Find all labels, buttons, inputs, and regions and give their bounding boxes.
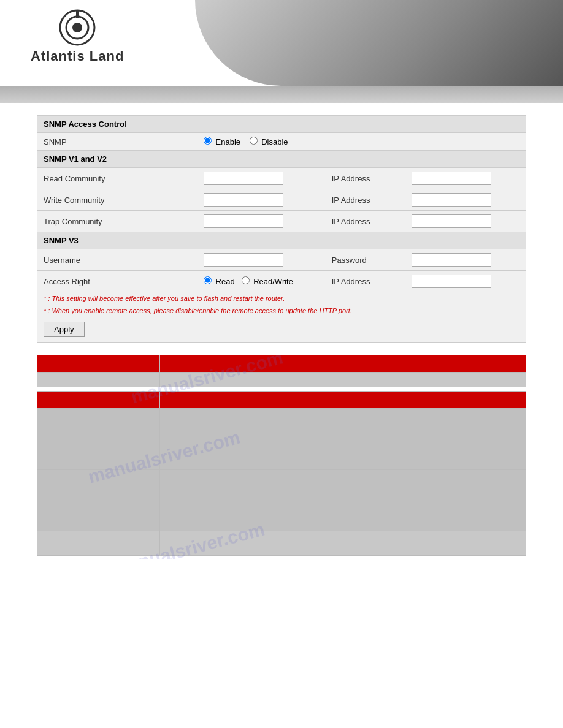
header-arc xyxy=(195,0,563,86)
snmp-disable-radio[interactable] xyxy=(250,137,258,145)
username-label: Username xyxy=(37,249,197,271)
svg-point-2 xyxy=(72,23,82,32)
snmp-enable-radio[interactable] xyxy=(204,137,212,145)
read-community-label: Read Community xyxy=(37,168,197,189)
read-ip-input-cell: 0.0.0.0 xyxy=(405,168,526,189)
bottom-table-2-row-1 xyxy=(37,409,526,470)
logo-area: Atlantis Land xyxy=(31,9,124,64)
bottom-table-2-row-2 xyxy=(37,470,526,531)
access-right-radio-cell: Read Read/Write xyxy=(197,271,326,292)
read-ip-input[interactable]: 0.0.0.0 xyxy=(412,172,491,185)
bottom-section: manualsriver.com manualsriver.com manual… xyxy=(0,355,563,559)
note2: * : When you enable remote access, pleas… xyxy=(37,305,526,317)
trap-ip-label: IP Address xyxy=(326,211,405,232)
header: Atlantis Land xyxy=(0,0,563,86)
snmp-v1v2-header: SNMP V1 and V2 xyxy=(37,151,526,168)
bottom-table-1-header-row xyxy=(37,355,526,373)
bottom-table-1-header-right xyxy=(160,355,526,373)
bottom-table-2-cell-right-2 xyxy=(160,470,526,531)
atlantis-logo-icon xyxy=(59,9,96,46)
trap-community-label: Trap Community xyxy=(37,211,197,232)
write-ip-label: IP Address xyxy=(326,189,405,211)
bottom-table-2-cell-left-2 xyxy=(37,470,160,531)
write-ip-input-cell: 0.0.0.0 xyxy=(405,189,526,211)
access-ip-input[interactable] xyxy=(412,275,491,288)
bottom-table-2-cell-right-3 xyxy=(160,531,526,556)
snmp-v3-header: SNMP V3 xyxy=(37,232,526,249)
bottom-table-1-cell-right-1 xyxy=(160,373,526,387)
snmp-label: SNMP xyxy=(37,133,197,151)
bottom-table-2-cell-left-3 xyxy=(37,531,160,556)
bottom-table-2-header-right xyxy=(160,392,526,409)
write-community-input-cell: password xyxy=(197,189,326,211)
header-divider xyxy=(0,86,563,103)
write-ip-input[interactable]: 0.0.0.0 xyxy=(412,193,491,207)
write-community-input[interactable]: password xyxy=(204,193,283,207)
bottom-table-1 xyxy=(37,355,526,387)
apply-button-container: Apply xyxy=(37,317,526,342)
access-right-label: Access Right xyxy=(37,271,197,292)
read-community-input-cell: public xyxy=(197,168,326,189)
trap-ip-input-cell xyxy=(405,211,526,232)
snmp-disable-label[interactable]: Disable xyxy=(250,137,288,146)
access-readwrite-radio[interactable] xyxy=(242,276,250,284)
bottom-table-2 xyxy=(37,391,526,556)
trap-community-input[interactable] xyxy=(204,214,283,228)
bottom-table-2-header-row xyxy=(37,392,526,409)
snmp-panel: SNMP Access Control SNMP Enable Disable xyxy=(37,115,526,343)
watermark-container: manualsriver.com manualsriver.com manual… xyxy=(37,355,526,559)
svg-rect-3 xyxy=(76,10,79,18)
snmp-enable-label[interactable]: Enable xyxy=(204,137,243,146)
apply-button[interactable]: Apply xyxy=(44,322,85,337)
access-read-label[interactable]: Read xyxy=(204,277,237,286)
main-content: SNMP Access Control SNMP Enable Disable xyxy=(0,115,563,343)
note1: * : This setting will become effective a… xyxy=(37,292,526,305)
bottom-table-2-header-left xyxy=(37,392,160,409)
access-ip-label: IP Address xyxy=(326,271,405,292)
password-input[interactable] xyxy=(412,253,491,267)
bottom-table-2-row-3 xyxy=(37,531,526,556)
snmp-panel-title: SNMP Access Control xyxy=(37,116,526,133)
access-readwrite-label[interactable]: Read/Write xyxy=(242,277,293,286)
access-ip-input-cell xyxy=(405,271,526,292)
read-ip-label: IP Address xyxy=(326,168,405,189)
password-label: Password xyxy=(326,249,405,271)
write-community-label: Write Community xyxy=(37,189,197,211)
trap-ip-input[interactable] xyxy=(412,214,491,228)
read-community-input[interactable]: public xyxy=(204,172,283,185)
bottom-table-1-cell-left-1 xyxy=(37,373,160,387)
access-read-radio[interactable] xyxy=(204,276,212,284)
trap-community-input-cell xyxy=(197,211,326,232)
username-input[interactable] xyxy=(204,253,283,267)
bottom-table-2-cell-right-1 xyxy=(160,409,526,470)
username-input-cell xyxy=(197,249,326,271)
bottom-table-2-cell-left-1 xyxy=(37,409,160,470)
snmp-radio-group: Enable Disable xyxy=(197,133,526,151)
bottom-table-1-header-left xyxy=(37,355,160,373)
brand-name: Atlantis Land xyxy=(31,48,124,64)
password-input-cell xyxy=(405,249,526,271)
bottom-table-1-row-1 xyxy=(37,373,526,387)
